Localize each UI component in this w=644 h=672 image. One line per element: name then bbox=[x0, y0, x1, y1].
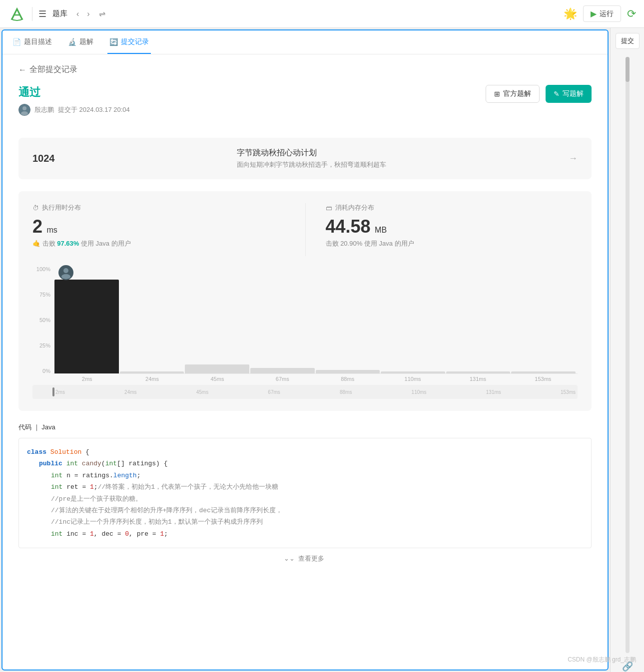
time-unit: ms bbox=[46, 226, 57, 234]
time-beat-pct: 97.63% bbox=[57, 240, 79, 247]
action-buttons: ⊞ 官方题解 ✎ 写题解 bbox=[486, 85, 592, 103]
memory-icon: 🗃 bbox=[326, 204, 332, 212]
star-icon: 🌟 bbox=[564, 7, 577, 20]
mini-x-45ms: 45ms bbox=[196, 389, 208, 395]
chart-main: 100% 75% 50% 25% 0% bbox=[32, 264, 578, 374]
scrollbar-track[interactable] bbox=[626, 57, 630, 653]
y-axis: 100% 75% 50% 25% 0% bbox=[32, 264, 52, 374]
submissions-tab-label: 提交记录 bbox=[121, 37, 149, 46]
time-stat-value: 2 ms bbox=[32, 216, 305, 237]
see-more[interactable]: ⌄⌄ 查看更多 bbox=[18, 548, 592, 569]
next-arrow-icon[interactable]: › bbox=[84, 8, 92, 19]
code-section: 代码 ｜ Java class Solution { public int ca… bbox=[18, 423, 592, 548]
logo-icon[interactable] bbox=[8, 5, 26, 23]
bar-45ms bbox=[185, 364, 249, 373]
prev-arrow-icon[interactable]: ‹ bbox=[73, 8, 82, 19]
shuffle-icon[interactable]: ⇌ bbox=[99, 9, 105, 18]
beat-prefix-mem: 击败 bbox=[326, 240, 341, 247]
time-stat-label: 执行用时分布 bbox=[42, 203, 81, 212]
memory-beat-pct: 20.90% bbox=[340, 240, 362, 247]
edit-icon: ✎ bbox=[554, 90, 560, 98]
user-info: 殷志鹏 提交于 2024.03.17 20:04 bbox=[18, 104, 130, 116]
bar-group-153ms bbox=[511, 264, 576, 373]
x-axis: 2ms 24ms 45ms 67ms 88ms 110ms 131ms 153m… bbox=[32, 374, 578, 382]
code-lang: Java bbox=[41, 423, 55, 431]
clock-icon: ⏱ bbox=[32, 204, 39, 212]
bar-group-110ms bbox=[381, 264, 445, 373]
code-line-4: int ret = 1;//终答案，初始为1，代表第一个孩子，无论大小先给他一块… bbox=[27, 481, 583, 493]
official-solution-button[interactable]: ⊞ 官方题解 bbox=[486, 85, 540, 103]
bar-110ms bbox=[381, 371, 445, 373]
see-more-label: 查看更多 bbox=[298, 555, 324, 562]
back-link-label: 全部提交记录 bbox=[29, 64, 77, 75]
question-bank-label[interactable]: 题库 bbox=[52, 9, 67, 18]
code-line-7: //inc记录上一个升序序列长度，初始为1，默认第一个孩子构成升序序列 bbox=[27, 516, 583, 528]
code-label: 代码 ｜ Java bbox=[18, 423, 592, 432]
write-solution-button[interactable]: ✎ 写题解 bbox=[546, 85, 592, 103]
mini-x-110ms: 110ms bbox=[412, 389, 427, 395]
nav-divider bbox=[32, 7, 32, 21]
memory-stat-label: 消耗内存分布 bbox=[335, 203, 374, 212]
code-line-6: //算法的关键在于处理两个相邻的升序+降序序列，dec记录当前降序序列长度， bbox=[27, 505, 583, 516]
bar-group-88ms bbox=[316, 264, 380, 373]
mini-x-2ms: 2ms bbox=[55, 389, 65, 395]
chart-bars bbox=[52, 264, 578, 374]
time-beat-info: 🤙 击败 97.63% 使用 Java 的用户 bbox=[32, 239, 305, 248]
code-line-3: int n = ratings.length; bbox=[27, 470, 583, 481]
main-content-scroll: ← 全部提交记录 通过 殷志鹏 bbox=[2, 54, 608, 670]
top-bar-left: ☰ 题库 ‹ › ⇌ bbox=[8, 5, 556, 23]
play-icon: ▶ bbox=[591, 9, 597, 18]
submissions-tab-icon: 🔄 bbox=[109, 38, 118, 46]
back-link[interactable]: ← 全部提交记录 bbox=[18, 64, 592, 75]
x-label-24ms: 24ms bbox=[119, 376, 184, 382]
time-stat-header: ⏱ 执行用时分布 bbox=[32, 203, 305, 212]
mini-scroll-indicator bbox=[52, 387, 54, 396]
submit-button[interactable]: 提交 bbox=[616, 33, 640, 49]
y-label-75: 75% bbox=[39, 292, 50, 298]
memory-unit: MB bbox=[375, 226, 387, 234]
panel-wrapper: 📄 题目描述 🔬 题解 🔄 提交记录 ← 全部提交记录 通过 bbox=[0, 28, 644, 672]
y-label-100: 100% bbox=[36, 266, 50, 272]
description-tab-icon: 📄 bbox=[12, 38, 21, 46]
mini-chart: 2ms 24ms 45ms 67ms 88ms 110ms 131ms 153m… bbox=[32, 385, 578, 399]
mini-x-67ms: 67ms bbox=[268, 389, 280, 395]
submission-date: 提交于 2024.03.17 20:04 bbox=[58, 105, 130, 114]
description-tab-label: 题目描述 bbox=[24, 37, 52, 46]
tab-submissions[interactable]: 🔄 提交记录 bbox=[107, 30, 151, 54]
submission-status: 通过 bbox=[18, 85, 130, 100]
bar-88ms bbox=[316, 370, 380, 373]
top-bar-right: 🌟 ▶ 运行 ⟳ bbox=[564, 5, 636, 22]
scrollbar-thumb bbox=[626, 57, 630, 82]
code-block: class Solution { public int candy(int[] … bbox=[18, 438, 592, 548]
promo-card[interactable]: 1024 字节跳动秋招心动计划 面向短期冲刺字节跳动秋招选手，秋招弯道顺利超车 … bbox=[18, 138, 592, 179]
promo-number: 1024 bbox=[32, 153, 55, 164]
refresh-icon[interactable]: ⟳ bbox=[627, 7, 636, 20]
promo-subtitle: 面向短期冲刺字节跳动秋招选手，秋招弯道顺利超车 bbox=[237, 160, 386, 169]
memory-beat-info: 击败 20.90% 使用 Java 的用户 bbox=[326, 239, 578, 248]
x-label-2ms: 2ms bbox=[54, 376, 119, 382]
watermark: CSDN @殷志鹏 grd_志鹏 bbox=[568, 656, 636, 664]
svg-point-4 bbox=[63, 268, 68, 273]
memory-stat-block: 🗃 消耗内存分布 44.58 MB 击败 20.90% 使用 Java 的用户 bbox=[305, 203, 578, 256]
x-label-153ms: 153ms bbox=[511, 376, 576, 382]
memory-value: 44.58 bbox=[326, 216, 371, 237]
mini-x-labels: 2ms 24ms 45ms 67ms 88ms 110ms 131ms 153m… bbox=[55, 389, 576, 395]
nav-arrows: ‹ › bbox=[73, 8, 93, 19]
expand-icon: ⌄⌄ bbox=[284, 555, 295, 562]
mini-x-88ms: 88ms bbox=[340, 389, 352, 395]
tab-solution[interactable]: 🔬 题解 bbox=[66, 30, 95, 54]
list-icon: ☰ bbox=[38, 8, 46, 19]
tab-bar: 📄 题目描述 🔬 题解 🔄 提交记录 bbox=[2, 30, 608, 54]
y-label-0: 0% bbox=[42, 368, 50, 374]
bar-group-131ms bbox=[446, 264, 511, 373]
bar-2ms bbox=[54, 280, 119, 373]
bar-24ms bbox=[120, 371, 184, 373]
submission-header-row: 通过 殷志鹏 提交于 2024.03.17 20:04 bbox=[18, 85, 592, 126]
tab-description[interactable]: 📄 题目描述 bbox=[10, 30, 54, 54]
promo-arrow-icon: → bbox=[569, 153, 578, 164]
svg-point-1 bbox=[22, 106, 26, 110]
bar-67ms bbox=[250, 368, 315, 373]
side-column: 提交 🔗 bbox=[610, 28, 644, 672]
memory-stat-value: 44.58 MB bbox=[326, 216, 578, 237]
run-button[interactable]: ▶ 运行 bbox=[583, 5, 621, 22]
